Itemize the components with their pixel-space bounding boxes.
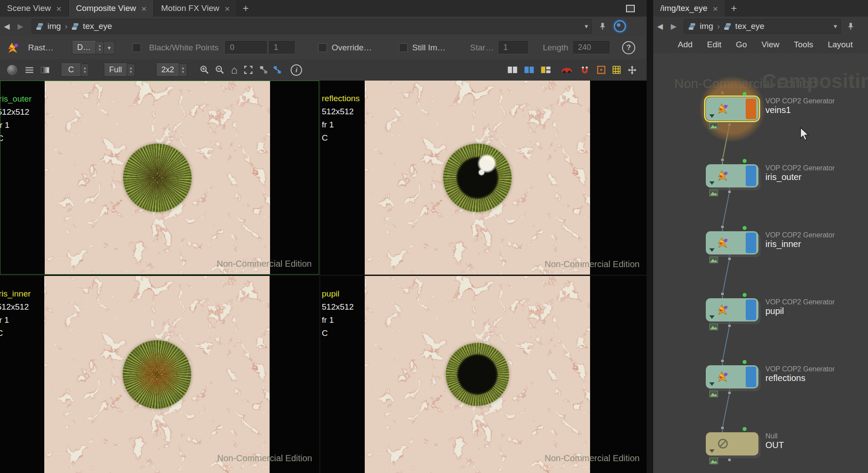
display-flag[interactable] (743, 360, 747, 364)
menu-add[interactable]: Add (678, 40, 693, 49)
display-flag[interactable] (743, 226, 747, 230)
pan-move-icon[interactable] (627, 65, 637, 75)
snap-magnet-icon[interactable] (580, 65, 590, 75)
display-flag[interactable] (743, 159, 747, 163)
node-iris-inner[interactable] (706, 231, 758, 254)
breadcrumb-network[interactable]: img (684, 19, 717, 33)
zoom-level-dropdown[interactable]: Full ▲▼ (104, 64, 135, 77)
zoom-in-icon[interactable] (199, 65, 210, 75)
viewport-image (365, 276, 590, 473)
breadcrumb-node[interactable]: tex_eye (720, 19, 768, 33)
close-icon[interactable]: × (713, 4, 718, 13)
layout-single-icon[interactable] (507, 66, 518, 74)
node-pupil[interactable] (706, 298, 758, 321)
spinner-icon[interactable]: ▲▼ (96, 41, 104, 54)
menu-tools[interactable]: Tools (794, 40, 813, 49)
grid-icon[interactable] (612, 65, 621, 74)
node-collapse-icon[interactable] (709, 315, 715, 319)
node-collapse-icon[interactable] (709, 114, 715, 118)
spinner-icon[interactable]: ▲▼ (81, 64, 89, 77)
viewport-pupil[interactable]: pupil 512x512 fr 1 C Non-Commercial Edit… (320, 276, 647, 473)
node-reflections[interactable] (706, 365, 758, 388)
new-tab-button[interactable]: + (237, 0, 254, 17)
bw-points-checkbox[interactable] (132, 43, 141, 52)
compare-graph-icon[interactable] (259, 65, 268, 74)
spinner-icon[interactable]: ▲▼ (179, 64, 187, 77)
pane-maximize-icon[interactable] (626, 5, 635, 12)
display-flag[interactable] (743, 92, 747, 96)
length-field[interactable]: 240 (573, 41, 610, 54)
thumbnail-badge[interactable] (709, 190, 718, 196)
close-icon[interactable]: × (224, 4, 230, 13)
menu-layout[interactable]: Layout (828, 40, 853, 49)
chevron-down-icon[interactable]: ▾ (104, 41, 115, 54)
menu-go[interactable]: Go (736, 40, 747, 49)
network-editor-canvas[interactable]: Non-Commercial Edition Compositing (653, 53, 868, 473)
vop-icon (716, 303, 729, 316)
pin-icon[interactable] (598, 22, 607, 31)
path-dropdown-icon[interactable]: ▾ (581, 22, 592, 30)
node-collapse-icon[interactable] (709, 449, 715, 453)
pane-splitter[interactable] (647, 0, 653, 473)
node-veins1[interactable] (706, 97, 758, 120)
still-image-checkbox[interactable] (399, 43, 408, 52)
node-collapse-icon[interactable] (709, 248, 715, 252)
help-button[interactable]: ? (622, 41, 635, 54)
white-point-field[interactable]: 1 (269, 41, 295, 54)
forward-icon[interactable]: ▶ (14, 22, 27, 31)
node-out[interactable] (706, 432, 758, 455)
path-dropdown-icon[interactable]: ▾ (830, 22, 841, 30)
close-icon[interactable]: × (141, 4, 146, 13)
tab-composite-view[interactable]: Composite View × (69, 0, 154, 17)
node-iris-outer[interactable] (706, 164, 758, 187)
home-view-icon[interactable]: ⌂ (231, 64, 238, 75)
start-field[interactable]: 1 (499, 41, 529, 54)
viewport-iris-outer[interactable]: iris_outer 512x512 fr 1 C Non-Commercial… (0, 81, 319, 275)
node-collapse-icon[interactable] (709, 382, 715, 386)
layout-quad-icon[interactable] (541, 66, 551, 74)
thumbnail-badge[interactable] (709, 324, 718, 330)
viewport-reflections[interactable]: reflections 512x512 fr 1 C Non-Commercia… (320, 81, 647, 275)
plane-dropdown[interactable]: C ▲▼ (61, 64, 89, 77)
tab-network-path[interactable]: /img/tex_eye × (653, 0, 726, 17)
node-collapse-icon[interactable] (709, 181, 715, 185)
black-point-field[interactable]: 0 (225, 41, 267, 54)
frame-all-icon[interactable] (244, 65, 253, 74)
thumbnail-badge[interactable] (709, 123, 718, 129)
menu-view[interactable]: View (761, 40, 779, 49)
view-sphere-icon[interactable] (7, 65, 17, 75)
close-icon[interactable]: × (56, 4, 61, 13)
menu-edit[interactable]: Edit (707, 40, 722, 49)
back-icon[interactable]: ◀ (0, 22, 14, 31)
new-tab-button[interactable]: + (726, 0, 742, 17)
spinner-icon[interactable]: ▲▼ (127, 64, 135, 77)
performance-car-icon[interactable] (561, 66, 573, 74)
raster-mode-button[interactable]: Rast… (28, 43, 53, 53)
viewport-iris-inner[interactable]: iris_inner 512x512 fr 1 C Non-Commercial… (0, 276, 319, 473)
back-icon[interactable]: ◀ (653, 22, 667, 31)
thumbnail-badge[interactable] (709, 257, 718, 263)
viewport-layout-dropdown[interactable]: 2x2 ▲▼ (156, 64, 187, 77)
thumbnail-badge[interactable] (709, 391, 718, 397)
layout-split-icon[interactable] (524, 66, 534, 74)
linked-graph-icon[interactable] (273, 65, 282, 74)
channel-rows-icon[interactable] (25, 67, 34, 74)
composite-quad-viewer[interactable]: iris_outer 512x512 fr 1 C Non-Commercial… (0, 81, 647, 473)
thumbnail-badge[interactable] (709, 458, 718, 464)
tab-motion-fx-view[interactable]: Motion FX View × (154, 0, 237, 17)
display-flag[interactable] (743, 293, 747, 297)
breadcrumb-node[interactable]: tex_eye (68, 19, 116, 33)
depth-dropdown[interactable]: D… ▲▼ ▾ (72, 41, 115, 54)
display-flag[interactable] (743, 427, 747, 431)
override-checkbox[interactable] (318, 43, 327, 52)
gradient-icon[interactable] (41, 67, 50, 74)
breadcrumb-network[interactable]: img (32, 19, 65, 33)
info-button[interactable]: i (291, 64, 302, 76)
link-target-icon[interactable] (614, 20, 626, 32)
region-crosshair-icon[interactable] (597, 65, 606, 74)
forward-icon[interactable]: ▶ (667, 22, 680, 31)
node-color-stripe (746, 233, 756, 253)
zoom-out-icon[interactable] (215, 65, 225, 75)
pin-icon[interactable] (846, 22, 855, 31)
tab-scene-view[interactable]: Scene View × (0, 0, 69, 17)
